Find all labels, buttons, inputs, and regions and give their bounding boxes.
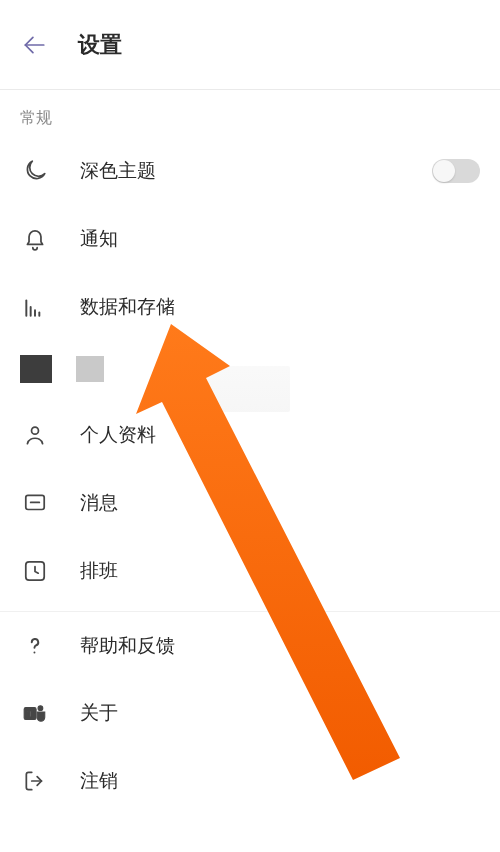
question-icon <box>20 631 50 661</box>
sign-out-icon <box>20 766 50 796</box>
svg-text:T: T <box>27 709 33 719</box>
item-label: 通知 <box>80 226 118 252</box>
item-label: 帮助和反馈 <box>80 633 175 659</box>
bars-icon <box>20 292 50 322</box>
person-icon <box>20 420 50 450</box>
item-label: 注销 <box>80 768 118 794</box>
item-label: 深色主题 <box>80 158 156 184</box>
svg-point-12 <box>38 706 43 711</box>
message-icon <box>20 488 50 518</box>
list-item-notifications[interactable]: 通知 <box>0 205 500 273</box>
censor-block-icon <box>20 355 52 383</box>
item-label: 数据和存储 <box>80 294 175 320</box>
list-item-profile[interactable]: 个人资料 <box>0 401 500 469</box>
item-label: 排班 <box>80 558 118 584</box>
obscured-section-header <box>0 347 500 391</box>
bell-icon <box>20 224 50 254</box>
section-general-label: 常规 <box>0 90 500 137</box>
back-icon[interactable] <box>20 31 48 59</box>
toggle-handle <box>433 160 455 182</box>
item-label: 消息 <box>80 490 118 516</box>
list-item-sign-out[interactable]: 注销 <box>0 747 500 815</box>
page-title: 设置 <box>78 30 122 60</box>
censor-block-icon <box>76 356 104 382</box>
list-item-shifts[interactable]: 排班 <box>0 537 500 605</box>
clock-icon <box>20 556 50 586</box>
list-item-dark-theme[interactable]: 深色主题 <box>0 137 500 205</box>
teams-icon: T <box>20 698 50 728</box>
moon-icon <box>20 156 50 186</box>
item-label: 关于 <box>80 700 118 726</box>
list-item-messages[interactable]: 消息 <box>0 469 500 537</box>
list-item-help-feedback[interactable]: 帮助和反馈 <box>0 611 500 679</box>
svg-point-9 <box>33 651 35 653</box>
list-item-data-storage[interactable]: 数据和存储 <box>0 273 500 341</box>
dark-theme-toggle[interactable] <box>432 159 480 183</box>
list-item-about[interactable]: T 关于 <box>0 679 500 747</box>
svg-point-5 <box>32 427 39 434</box>
header: 设置 <box>0 0 500 90</box>
item-label: 个人资料 <box>80 422 156 448</box>
